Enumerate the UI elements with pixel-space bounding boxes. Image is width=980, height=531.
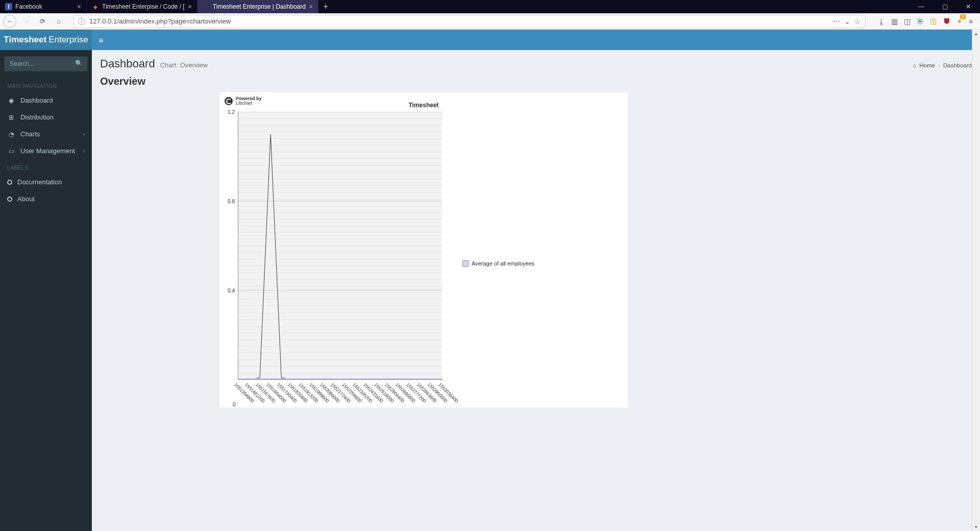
sidebar-toggle-button[interactable]: ≡ [92,30,110,50]
sidebar-icon[interactable]: ◫ [904,17,911,26]
chart-legend: Average of all employees [462,122,534,404]
sidebar-item-label: Documentation [17,178,62,186]
plot-wrap: 0 15513948001551481200155156760015516540… [238,112,442,404]
chevron-left-icon: ‹ [83,131,85,137]
circle-yellow-icon [7,197,12,202]
home-button[interactable]: ⌂ [52,15,65,28]
y-tick-0: 0 [233,402,236,407]
vertical-scrollbar[interactable]: ▴ ▾ [972,30,980,531]
x-axis-labels: 1551394800155148120015515676001551654000… [238,380,442,404]
circle-red-icon [7,180,12,185]
sidebar-item-user-management[interactable]: ▭ User Management ‹ [0,142,92,159]
chart-body: 0.40.81.2 0 1551394800155148120015515676… [223,112,625,404]
extension-badge-icon[interactable]: ✦ [957,17,963,26]
brand[interactable]: Timesheet Enterprise [0,30,92,50]
reload-button[interactable]: ⟳ [36,15,49,28]
tab-title: Timesheet Enterpise / Code / [ [102,3,185,10]
libchart-text: Powered by Libchart [236,96,262,106]
sidebar-item-charts[interactable]: ◔ Charts ‹ [0,126,92,142]
forward-button[interactable]: → [19,15,33,28]
new-tab-button[interactable]: + [318,0,333,13]
sidebar-item-label: About [17,195,35,203]
page-subtitle: Chart: Overview [160,61,208,69]
close-icon[interactable]: × [77,3,81,11]
breadcrumb: ⌂ Home › Dashboard [913,62,972,68]
y-tick: 0.8 [228,199,235,204]
distribution-icon: ⊞ [7,114,15,121]
scroll-up-icon[interactable]: ▴ [972,30,980,38]
browser-toolbar: ← → ⟳ ⌂ i 127.0.0.1/admin/index.php?page… [0,13,980,30]
dashboard-icon: ◉ [7,97,15,104]
ublock-icon[interactable]: ⛊ [943,17,950,26]
url-text: 127.0.0.1/admin/index.php?page=chartover… [89,17,231,25]
url-bar[interactable]: i 127.0.0.1/admin/index.php?page=chartov… [74,15,866,28]
sidebar-header-labels: LABELS [0,159,92,174]
close-icon[interactable]: × [188,3,192,11]
section-title: Overview [92,73,980,92]
shield-icon[interactable]: ⛨ [917,17,924,26]
sidebar-item-label: Charts [20,130,40,138]
laptop-icon: ▭ [7,148,15,155]
sidebar-item-label: Dashboard [20,96,53,104]
back-button[interactable]: ← [3,15,16,28]
page-title: Dashboard [100,57,155,70]
downloads-icon[interactable]: ⭳ [878,17,885,26]
tab-title: Facebook [15,3,42,10]
home-icon: ⌂ [913,62,916,68]
chart-container: Powered by Libchart Timesheet 0.40.81.2 … [219,92,628,407]
sidebar-item-distribution[interactable]: ⊞ Distribution [0,109,92,126]
browser-tab-facebook[interactable]: f Facebook × [0,0,87,13]
sidebar-label-about[interactable]: About [0,190,92,207]
search-icon[interactable]: 🔍 [75,60,83,67]
app-topbar: ≡ [92,30,980,50]
scroll-down-icon[interactable]: ▾ [972,523,980,531]
brand-light: Enterprise [48,35,88,45]
breadcrumb-home[interactable]: Home [919,62,935,68]
sidebar-item-label: User Management [20,147,75,155]
browser-tabs: f Facebook × ◆ Timesheet Enterpise / Cod… [0,0,333,13]
app-viewport: Timesheet Enterprise 🔍 MAIN NAVIGATION ◉… [0,30,980,531]
key-icon[interactable]: ⚿ [930,17,937,26]
sidebar-search: 🔍 [4,56,88,71]
more-icon[interactable]: ⋯ [833,17,840,26]
chart-title: Timesheet [223,102,625,109]
chevron-left-icon: ‹ [83,148,85,154]
browser-tab-dashboard[interactable]: Timesheet Enterprise | Dashboard × [198,0,318,13]
brand-bold: Timesheet [4,35,46,45]
favicon-facebook: f [5,3,12,10]
browser-tab-code[interactable]: ◆ Timesheet Enterpise / Code / [ × [87,0,198,13]
favicon-blank [203,3,210,10]
sidebar-item-label: Distribution [20,113,54,121]
pocket-icon[interactable]: ⌄ [844,17,850,26]
close-icon[interactable]: × [309,3,313,11]
sidebar-header-main: MAIN NAVIGATION [0,78,92,92]
close-window-button[interactable]: ✕ [957,0,980,13]
minimize-button[interactable]: — [910,0,933,13]
library-icon[interactable]: ▥ [891,17,898,26]
tab-title: Timesheet Enterprise | Dashboard [213,3,306,10]
y-tick: 1.2 [228,109,235,115]
main-content: ≡ Dashboard Chart: Overview ⌂ Home › Das… [92,30,980,531]
breadcrumb-current: Dashboard [943,62,972,68]
maximize-button[interactable]: ▢ [933,0,957,13]
y-tick: 0.4 [228,288,235,294]
legend-swatch-icon [462,260,469,267]
y-axis: 0.40.81.2 [223,112,238,404]
charts-icon: ◔ [7,131,15,138]
libchart-logo-icon [225,97,233,105]
window-controls: — ▢ ✕ [910,0,980,13]
sidebar-item-dashboard[interactable]: ◉ Dashboard [0,92,92,109]
favicon-code: ◆ [92,3,99,10]
sidebar: Timesheet Enterprise 🔍 MAIN NAVIGATION ◉… [0,30,92,531]
bookmark-icon[interactable]: ☆ [854,17,861,26]
legend-label: Average of all employees [472,260,534,267]
site-info-icon[interactable]: i [78,18,85,25]
sidebar-label-documentation[interactable]: Documentation [0,174,92,190]
toolbar-right-icons: ⭳ ▥ ◫ ⛨ ⚿ ⛊ ✦ ≡ [874,17,977,26]
breadcrumb-sep: › [938,62,940,68]
menu-icon[interactable]: ≡ [969,17,973,26]
content-header: Dashboard Chart: Overview ⌂ Home › Dashb… [92,50,980,73]
browser-titlebar: f Facebook × ◆ Timesheet Enterpise / Cod… [0,0,980,13]
chart-plot [238,112,442,380]
